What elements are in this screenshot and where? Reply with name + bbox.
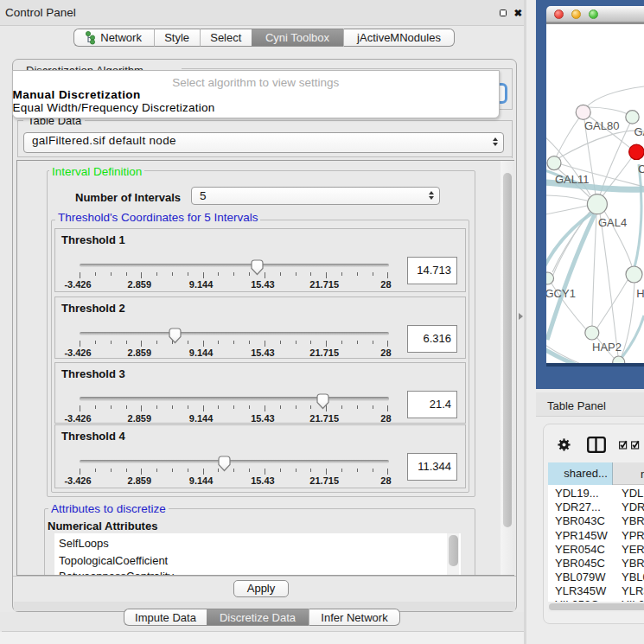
svg-text:C: C <box>638 163 644 175</box>
svg-text:GAL80: GAL80 <box>584 119 619 132</box>
svg-text:GAL11: GAL11 <box>555 173 590 186</box>
svg-text:GCY1: GCY1 <box>546 287 576 300</box>
svg-text:HAP2: HAP2 <box>592 341 622 354</box>
svg-text:GAL4: GAL4 <box>598 216 627 229</box>
svg-text:GA: GA <box>634 125 644 138</box>
svg-text:H: H <box>636 287 644 300</box>
